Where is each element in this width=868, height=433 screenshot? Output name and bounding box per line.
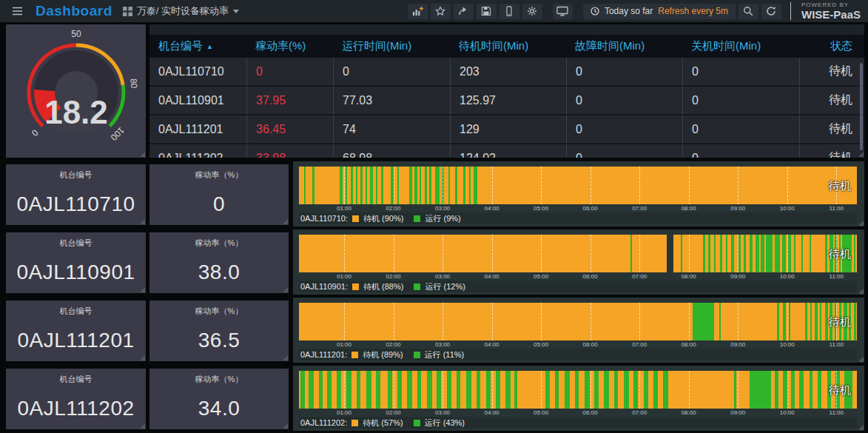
col-header-machine-id[interactable]: 机台编号▲ xyxy=(149,35,246,58)
legend-standby[interactable]: 待机 (88%) xyxy=(363,281,403,292)
hour-gridline xyxy=(591,371,591,409)
time-tick-label: 09:00 xyxy=(730,341,745,348)
resize-handle[interactable] xyxy=(140,152,145,157)
resize-handle[interactable] xyxy=(858,357,864,362)
time-tick-label: 10:00 xyxy=(780,409,795,416)
standby-swatch[interactable] xyxy=(351,352,358,358)
breadcrumb[interactable]: 万泰/ 实时设备稼动率 xyxy=(123,4,239,18)
standby-swatch[interactable] xyxy=(351,420,358,426)
card-title[interactable]: 稼动率（%） xyxy=(149,374,289,385)
run-segment xyxy=(854,303,856,340)
run-segment xyxy=(429,167,431,204)
run-segment xyxy=(417,371,422,409)
status-timeline: 待机 xyxy=(299,167,857,204)
time-tick-label: 06:00 xyxy=(583,409,598,416)
refresh-button[interactable] xyxy=(761,4,781,19)
settings-gear-button[interactable] xyxy=(522,4,542,19)
standby-swatch[interactable] xyxy=(352,215,359,222)
legend-standby[interactable]: 待机 (89%) xyxy=(363,349,403,360)
card-title[interactable]: 机台编号 xyxy=(6,306,146,317)
col-header-status[interactable]: 状态 xyxy=(799,35,864,58)
resize-handle[interactable] xyxy=(283,423,288,429)
hour-gridline xyxy=(639,371,640,409)
col-header-utilization[interactable]: 稼动率(%) xyxy=(246,35,333,58)
run-segment xyxy=(376,371,380,409)
cell-off-time: 0 xyxy=(682,115,799,144)
legend-standby[interactable]: 待机 (90%) xyxy=(363,213,403,224)
hour-gridline xyxy=(492,235,493,272)
col-header-run-time[interactable]: 运行时间(Min) xyxy=(333,35,450,58)
col-header-off-time[interactable]: 关机时间(Min) xyxy=(682,35,799,58)
run-segment xyxy=(750,371,771,409)
resize-handle[interactable] xyxy=(858,425,864,430)
run-segment xyxy=(663,371,668,409)
run-segment xyxy=(555,371,559,409)
resize-handle[interactable] xyxy=(140,287,145,292)
resize-handle[interactable] xyxy=(283,355,288,360)
top-navbar: Dashboard 万泰/ 实时设备稼动率 xyxy=(0,0,868,22)
standby-swatch[interactable] xyxy=(352,283,359,290)
time-tick-label: 09:00 xyxy=(730,409,745,416)
resize-handle[interactable] xyxy=(140,355,145,360)
run-segment xyxy=(825,303,828,340)
mobile-button[interactable] xyxy=(499,4,519,19)
run-segment xyxy=(766,235,773,272)
table-scrollbar[interactable] xyxy=(860,63,863,150)
card-title[interactable]: 稼动率（%） xyxy=(149,306,289,317)
card-title[interactable]: 稼动率（%） xyxy=(149,169,289,181)
resize-handle[interactable] xyxy=(283,287,288,292)
run-segment xyxy=(357,371,361,409)
legend-standby[interactable]: 待机 (57%) xyxy=(363,417,403,429)
save-button[interactable] xyxy=(477,4,497,19)
legend-run[interactable]: 运行 (43%) xyxy=(425,417,465,429)
run-segment xyxy=(789,303,790,340)
search-button[interactable] xyxy=(739,4,758,19)
hour-gridline xyxy=(639,235,640,272)
resize-handle[interactable] xyxy=(140,219,145,224)
cell-machine-id: 0AJL110901 xyxy=(149,87,246,115)
share-button[interactable] xyxy=(454,4,474,19)
cell-standby-time: 124.02 xyxy=(450,144,566,158)
resize-handle[interactable] xyxy=(283,219,288,224)
time-range-picker[interactable]: Today so far Refresh every 5m xyxy=(583,4,736,19)
card-title[interactable]: 机台编号 xyxy=(6,374,146,385)
star-button[interactable] xyxy=(431,4,451,19)
run-segment xyxy=(448,167,450,204)
run-swatch[interactable] xyxy=(414,352,420,358)
run-swatch[interactable] xyxy=(414,283,420,290)
legend-run[interactable]: 运行 (12%) xyxy=(425,281,465,292)
run-swatch[interactable] xyxy=(414,420,420,426)
col-header-fault-time[interactable]: 故障时间(Min) xyxy=(566,35,682,58)
hour-gridline xyxy=(639,303,640,340)
card-title[interactable]: 机台编号 xyxy=(6,169,146,181)
col-header-standby-time[interactable]: 待机时间(Min) xyxy=(450,35,566,58)
run-segment xyxy=(703,235,705,272)
card-title[interactable]: 稼动率（%） xyxy=(149,238,289,249)
cell-status: 待机 xyxy=(799,58,864,87)
cell-utilization: 33.98 xyxy=(246,144,333,158)
legend-run[interactable]: 运行 (9%) xyxy=(425,213,460,224)
run-segment xyxy=(340,167,342,204)
resize-handle[interactable] xyxy=(858,289,864,294)
run-swatch[interactable] xyxy=(414,215,420,222)
cell-machine-id: 0AJL110710 xyxy=(149,58,246,87)
run-segment xyxy=(726,235,727,272)
card-value: 0AJL110710 xyxy=(6,192,146,216)
legend-run[interactable]: 运行 (11%) xyxy=(425,349,465,360)
hour-gridline xyxy=(443,167,443,204)
run-segment xyxy=(466,371,471,409)
card-title[interactable]: 机台编号 xyxy=(6,238,146,249)
svg-text:80: 80 xyxy=(128,78,139,89)
app-logo[interactable]: Dashboard xyxy=(36,3,112,19)
resize-handle[interactable] xyxy=(140,423,145,429)
cell-run-time: 77.03 xyxy=(333,87,450,115)
run-segment xyxy=(496,371,500,409)
menu-icon[interactable] xyxy=(6,2,28,20)
tv-kiosk-button[interactable] xyxy=(553,4,573,19)
resize-handle[interactable] xyxy=(858,221,864,226)
time-tick-label: 01:00 xyxy=(337,205,351,212)
run-segment xyxy=(739,235,740,272)
add-panel-button[interactable] xyxy=(408,4,428,19)
resize-handle[interactable] xyxy=(858,152,864,157)
time-tick-label: 03:00 xyxy=(435,341,450,348)
